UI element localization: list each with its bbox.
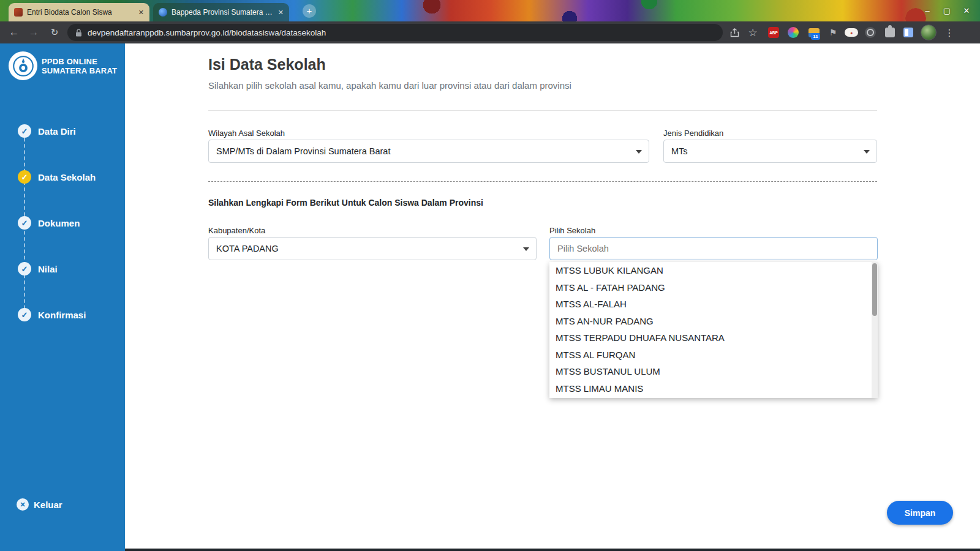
tab-title: Bappeda Provinsi Sumatera Barat [172, 8, 274, 17]
reload-icon[interactable]: ↻ [47, 21, 62, 43]
extension-badge: 11 [811, 33, 820, 40]
step-label: Dokumen [38, 218, 80, 228]
tab-bappeda[interactable]: Bappeda Provinsi Sumatera Barat ✕ [153, 3, 289, 21]
section-note: Silahkan Lengkapi Form Berikut Untuk Cal… [208, 198, 483, 208]
check-circle-icon: ✓ [18, 216, 31, 230]
flag-extension-icon[interactable]: ⚑ [826, 21, 840, 43]
padlock-icon [75, 29, 82, 37]
browser-window: Entri Biodata Calon Siswa ✕ Bappeda Prov… [0, 0, 980, 551]
step-label: Nilai [38, 264, 58, 274]
page-title: Isi Data Sekolah [208, 56, 326, 73]
dropdown-scrollbar[interactable] [872, 262, 878, 398]
browser-toolbar: ← → ↻ devpendaftaranppdb.sumbarprov.go.i… [0, 21, 980, 43]
sidebar-item-data-diri[interactable]: ✓ Data Diri [0, 124, 125, 138]
main-content: Isi Data Sekolah Silahkan pilih sekolah … [125, 43, 980, 551]
tab-title: Entri Biodata Calon Siswa [27, 8, 135, 17]
step-label: Konfirmasi [38, 310, 86, 320]
forward-icon[interactable]: → [26, 21, 42, 43]
pill-extension-icon[interactable]: ● [843, 21, 860, 43]
school-option[interactable]: MTSS AL-FALAH [549, 296, 878, 313]
school-dropdown-list: MTSS LUBUK KILANGAN MTS AL - FATAH PADAN… [549, 262, 878, 398]
school-option[interactable]: MTS AN-NUR PADANG [549, 313, 878, 330]
ppdb-logo [9, 51, 37, 80]
check-circle-icon: ✓ [18, 262, 31, 276]
browser-tab-bar: Entri Biodata Calon Siswa ✕ Bappeda Prov… [0, 0, 980, 21]
divider [208, 110, 877, 111]
app-title-line2: SUMATERA BARAT [42, 66, 117, 75]
back-icon[interactable]: ← [6, 21, 22, 43]
adblock-extension-icon[interactable]: ABP [766, 21, 782, 43]
shop-extension-icon[interactable]: 11 [805, 21, 823, 43]
kabupaten-kota-select[interactable]: KOTA PADANG [208, 237, 537, 260]
logout-button[interactable]: ✕ Keluar [17, 498, 62, 511]
address-bar[interactable]: devpendaftaranppdb.sumbarprov.go.id/biod… [67, 24, 723, 41]
school-option[interactable]: MTSS LUBUK KILANGAN [549, 262, 878, 279]
save-button[interactable]: Simpan [887, 501, 953, 525]
maximize-button[interactable]: ▢ [937, 6, 957, 15]
bottom-edge [125, 549, 980, 551]
tab-entri-biodata[interactable]: Entri Biodata Calon Siswa ✕ [9, 3, 149, 21]
scrollbar-thumb[interactable] [872, 263, 877, 316]
url-text: devpendaftaranppdb.sumbarprov.go.id/biod… [88, 28, 326, 37]
share-icon[interactable] [726, 21, 742, 43]
minimize-button[interactable]: – [918, 6, 937, 15]
sidebar: PPDB ONLINE SUMATERA BARAT ✓ Data Diri ✓… [0, 43, 125, 551]
school-option[interactable]: MTSS AL FURQAN [549, 347, 878, 364]
dashed-divider [208, 181, 877, 182]
school-option[interactable]: MTSS BUSTANUL ULUM [549, 363, 878, 380]
window-controls: – ▢ ✕ [918, 0, 976, 21]
tab-close-icon[interactable]: ✕ [278, 9, 284, 17]
logout-label: Keluar [34, 500, 62, 510]
step-label: Data Sekolah [38, 172, 96, 182]
close-button[interactable]: ✕ [957, 6, 976, 15]
split-screen-icon[interactable] [900, 21, 916, 43]
jenis-pendidikan-select[interactable]: MTs [663, 140, 877, 163]
step-nav: ✓ Data Diri ✓ Data Sekolah ✓ Dokumen ✓ N… [0, 124, 125, 354]
school-option[interactable]: MTSS LIMAU MANIS [549, 380, 878, 397]
profile-avatar[interactable] [919, 21, 938, 43]
pilih-sekolah-label: Pilih Sekolah [549, 226, 595, 235]
app-title: PPDB ONLINE SUMATERA BARAT [42, 57, 117, 75]
school-option[interactable]: MTSS TERPADU DHUAFA NUSANTARA [549, 329, 878, 347]
browser-menu-icon[interactable]: ⋮ [942, 21, 957, 43]
color-wheel-extension-icon[interactable] [785, 21, 801, 43]
kabupaten-kota-label: Kabupaten/Kota [208, 226, 265, 235]
sidebar-item-dokumen[interactable]: ✓ Dokumen [0, 216, 125, 230]
sidebar-item-konfirmasi[interactable]: ✓ Konfirmasi [0, 308, 125, 321]
sidebar-item-data-sekolah[interactable]: ✓ Data Sekolah [0, 170, 125, 184]
bookmark-star-icon[interactable]: ☆ [745, 21, 761, 43]
extensions-puzzle-icon[interactable] [882, 21, 898, 43]
wilayah-asal-sekolah-label: Wilayah Asal Sekolah [208, 129, 285, 138]
wilayah-asal-sekolah-select[interactable]: SMP/MTs di Dalam Provinsi Sumatera Barat [208, 140, 649, 163]
tab-favicon [14, 8, 23, 17]
tab-favicon [159, 8, 167, 17]
step-label: Data Diri [38, 126, 76, 137]
jenis-pendidikan-label: Jenis Pendidikan [663, 129, 723, 138]
check-circle-icon: ✓ [18, 170, 31, 184]
check-circle-icon: ✓ [18, 124, 31, 138]
school-option[interactable]: MTS AL - FATAH PADANG [549, 279, 878, 296]
kabupaten-selected-value: KOTA PADANG [216, 244, 279, 253]
check-circle-icon: ✓ [18, 308, 31, 321]
app-title-line1: PPDB ONLINE [42, 57, 117, 66]
camera-extension-icon[interactable] [862, 21, 878, 43]
new-tab-button[interactable]: + [303, 4, 316, 18]
sidebar-item-nilai[interactable]: ✓ Nilai [0, 262, 125, 276]
logout-x-icon: ✕ [17, 498, 29, 511]
page-subtitle: Silahkan pilih sekolah asal kamu, apakah… [208, 80, 571, 91]
pilih-sekolah-input[interactable] [549, 237, 878, 260]
wilayah-selected-value: SMP/MTs di Dalam Provinsi Sumatera Barat [216, 146, 390, 156]
tab-close-icon[interactable]: ✕ [138, 9, 144, 17]
jenis-selected-value: MTs [671, 146, 688, 156]
